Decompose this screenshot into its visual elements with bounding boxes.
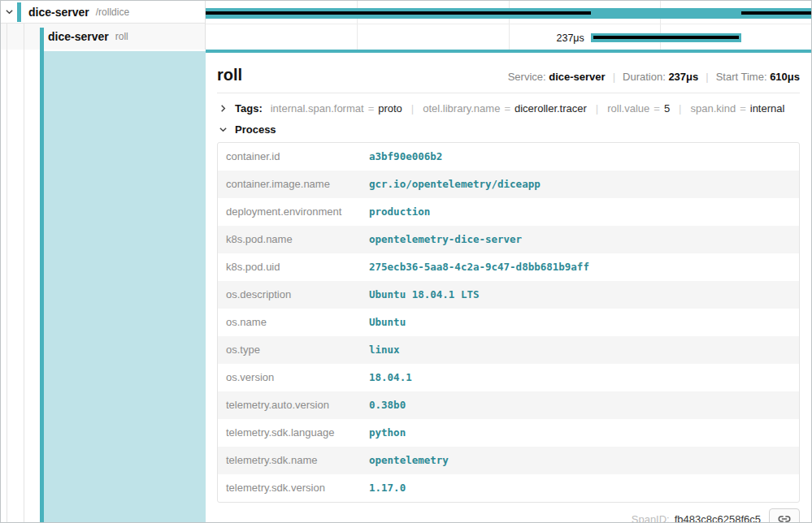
link-icon — [777, 512, 792, 522]
process-table-row: os.version18.04.1 — [218, 364, 799, 391]
meta-value: 237μs — [668, 71, 698, 83]
tag-equals: = — [654, 102, 660, 115]
process-value: opentelemetry — [361, 447, 799, 474]
indent-guide — [24, 24, 24, 50]
span-color-bar — [17, 2, 21, 22]
critical-path-line — [741, 11, 811, 15]
meta-label: Service: — [508, 71, 549, 83]
process-table-row: container.image.namegcr.io/opentelemetry… — [218, 171, 799, 198]
tags-label: Tags: — [235, 102, 263, 115]
process-key: os.type — [218, 336, 361, 364]
process-key: k8s.pod.name — [218, 226, 361, 253]
selected-span-left-strip — [1, 50, 206, 522]
process-table-row: deployment.environmentproduction — [218, 198, 799, 226]
tag-equals: = — [740, 102, 746, 115]
deep-link-button[interactable] — [769, 508, 800, 522]
process-value: linux — [361, 336, 799, 364]
process-key: container.id — [218, 143, 361, 171]
meta-value: dice-server — [549, 71, 605, 83]
process-key: deployment.environment — [218, 198, 361, 226]
timeline-track: 237μs — [206, 1, 811, 50]
tag-value: proto — [378, 102, 402, 115]
indent-guide — [7, 24, 7, 50]
operation-name: roll — [115, 31, 128, 42]
indent-guide — [24, 50, 24, 522]
process-value: 275ecb36-5aa8-4c2a-9c47-d8bb681b9aff — [361, 253, 799, 281]
process-value: Ubuntu — [361, 309, 799, 336]
child-span-duration-label: 237μs — [557, 32, 584, 44]
child-critical-path-line — [593, 36, 739, 39]
process-table-row: os.nameUbuntu — [218, 309, 799, 336]
process-table-row: telemetry.sdk.nameopentelemetry — [218, 447, 799, 474]
service-name: dice-server — [28, 6, 89, 19]
span-meta-summary: Service: dice-server|Duration: 237μs|Sta… — [508, 71, 800, 83]
meta-label: Duration: — [623, 71, 668, 83]
process-table-row: telemetry.sdk.version1.17.0 — [218, 474, 799, 502]
span-detail-panel: roll Service: dice-server|Duration: 237μ… — [206, 50, 811, 522]
chevron-right-icon — [219, 104, 228, 113]
process-key: os.name — [218, 309, 361, 336]
tag-equals: = — [504, 102, 510, 115]
tags-accordion[interactable]: Tags: internal.span.format=proto|otel.li… — [217, 93, 800, 121]
process-key: telemetry.sdk.language — [218, 419, 361, 447]
service-name: dice-server — [48, 30, 109, 43]
meta-separator: | — [706, 71, 708, 83]
tag-value: 5 — [664, 102, 670, 115]
tags-summary: internal.span.format=proto|otel.library.… — [271, 102, 785, 115]
process-value: opentelemetry-dice-server — [361, 226, 799, 253]
process-value: a3bf90e006b2 — [361, 143, 799, 171]
process-value: 18.04.1 — [361, 364, 799, 391]
process-table-row: container.ida3bf90e006b2 — [218, 143, 799, 171]
tag-equals: = — [368, 102, 375, 115]
process-table-row: os.descriptionUbuntu 18.04.1 LTS — [218, 281, 799, 309]
span-row-parent[interactable]: dice-server /rolldice — [1, 1, 205, 24]
process-value: python — [361, 419, 799, 447]
tag-key: otel.library.name — [423, 102, 500, 115]
critical-path-line — [206, 11, 591, 15]
process-table-row: os.typelinux — [218, 336, 799, 364]
process-label: Process — [235, 123, 276, 136]
tag-key: internal.span.format — [271, 102, 364, 115]
tag-value: internal — [750, 102, 785, 115]
process-table-row: k8s.pod.uid275ecb36-5aa8-4c2a-9c47-d8bb6… — [218, 253, 799, 281]
chevron-down-icon — [219, 125, 228, 134]
span-footer: SpanID: fb483c8c6258f6c5 — [217, 503, 800, 522]
process-value: 1.17.0 — [361, 474, 799, 502]
process-key: os.description — [218, 281, 361, 309]
tag-separator: | — [596, 102, 598, 115]
chevron-down-icon — [5, 7, 14, 16]
process-table-row: telemetry.sdk.languagepython — [218, 419, 799, 447]
tag-key: span.kind — [691, 102, 736, 115]
process-key: os.version — [218, 364, 361, 391]
process-kv-table: container.ida3bf90e006b2container.image.… — [217, 142, 800, 503]
tag-separator: | — [411, 102, 414, 115]
collapse-children-button[interactable] — [1, 7, 17, 16]
process-accordion[interactable]: Process — [217, 121, 800, 142]
meta-label: Start Time: — [716, 71, 770, 83]
process-key: telemetry.sdk.version — [218, 474, 361, 502]
process-key: k8s.pod.uid — [218, 253, 361, 281]
child-span-bar[interactable] — [591, 33, 741, 42]
selected-span-highlight — [44, 51, 206, 522]
process-table-row: telemetry.auto.version0.38b0 — [218, 391, 799, 419]
process-key: telemetry.sdk.name — [218, 447, 361, 474]
spanid-label: SpanID: — [632, 513, 670, 523]
tag-key: roll.value — [607, 102, 649, 115]
parent-span-bar[interactable] — [206, 8, 811, 19]
timeline-header: 237μs dice-server /rolldice — [1, 1, 811, 50]
process-key: telemetry.auto.version — [218, 391, 361, 419]
operation-name: /rolldice — [96, 6, 129, 18]
span-row-child[interactable]: dice-server roll — [1, 24, 205, 50]
process-value: production — [361, 198, 799, 226]
tag-value: diceroller.tracer — [515, 102, 587, 115]
indent-guide — [7, 50, 7, 522]
meta-value: 610μs — [770, 71, 800, 83]
process-value: Ubuntu 18.04.1 LTS — [361, 281, 799, 309]
timeline-row-divider — [206, 24, 811, 24]
span-detail-header: roll Service: dice-server|Duration: 237μ… — [217, 58, 800, 93]
meta-separator: | — [613, 71, 615, 83]
trace-timeline-window: 237μs dice-server /rolldice — [0, 0, 812, 523]
spanid-value: fb483c8c6258f6c5 — [675, 513, 761, 523]
span-name-column: dice-server /rolldice dice-server roll — [1, 1, 206, 50]
span-color-bar — [40, 28, 44, 50]
